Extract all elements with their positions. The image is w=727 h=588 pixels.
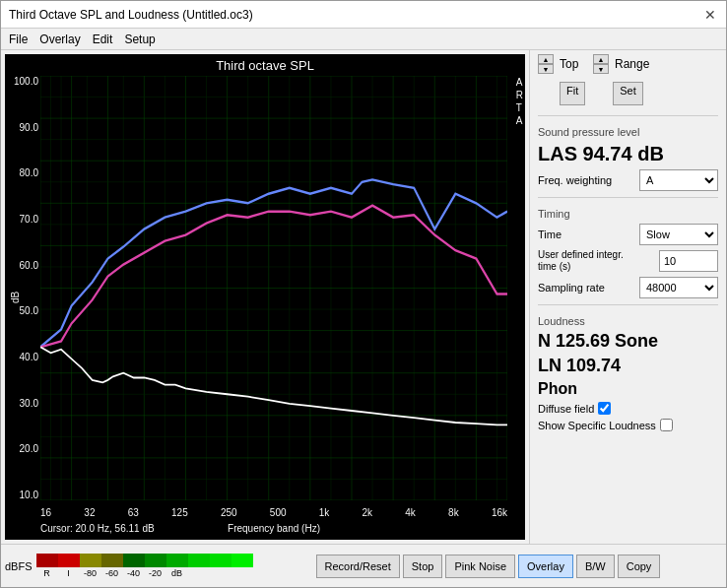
spl-value: LAS 94.74 dB bbox=[538, 142, 718, 165]
x-label-63: 63 bbox=[128, 507, 139, 518]
y-axis-labels: 100.0 90.0 80.0 70.0 60.0 50.0 40.0 30.0… bbox=[7, 76, 38, 500]
x-label-16k: 16k bbox=[492, 507, 507, 518]
bottom-buttons: Record/Reset Stop Pink Noise Overlay B/W… bbox=[316, 555, 661, 578]
y-label-100: 100.0 bbox=[7, 76, 38, 87]
main-content: Third octave SPL 100.0 90.0 80.0 70.0 60… bbox=[1, 50, 726, 544]
diffuse-field-label: Diffuse field bbox=[538, 403, 594, 415]
pink-noise-button[interactable]: Pink Noise bbox=[445, 555, 515, 578]
meter-label-40: -40 bbox=[123, 568, 145, 578]
main-window: Third Octave SPL and Loudness (Untitled.… bbox=[0, 0, 727, 588]
cursor-info: Cursor: 20.0 Hz, 56.11 dB bbox=[40, 523, 155, 534]
x-label-1k: 1k bbox=[319, 507, 330, 518]
meter-label-60: -60 bbox=[101, 568, 123, 578]
time-row: Time Slow Fast bbox=[538, 224, 718, 245]
y-label-30: 30.0 bbox=[7, 398, 38, 409]
loudness-section-label: Loudness bbox=[538, 315, 718, 327]
bw-button[interactable]: B/W bbox=[576, 555, 615, 578]
x-label-8k: 8k bbox=[448, 507, 459, 518]
record-reset-button[interactable]: Record/Reset bbox=[316, 555, 400, 578]
meter-seg-green-5 bbox=[210, 554, 231, 567]
sampling-rate-select[interactable]: 48000 44100 bbox=[639, 277, 718, 298]
user-defined-label: User defined integr. time (s) bbox=[538, 249, 636, 273]
meter-seg-yellow-1 bbox=[80, 554, 101, 567]
set-button[interactable]: Set bbox=[613, 82, 643, 105]
y-label-40: 40.0 bbox=[7, 352, 38, 362]
close-button[interactable]: ✕ bbox=[702, 7, 718, 23]
meter-label-r: R bbox=[36, 568, 58, 578]
freq-weighting-label: Freq. weighting bbox=[538, 174, 612, 186]
stop-button[interactable]: Stop bbox=[403, 555, 443, 578]
x-label-125: 125 bbox=[171, 507, 188, 518]
top-label: Top bbox=[560, 57, 587, 71]
meter-label-80: -80 bbox=[80, 568, 101, 578]
show-specific-checkbox[interactable] bbox=[660, 419, 673, 431]
spl-section-label: Sound pressure level bbox=[538, 126, 718, 138]
range-down-button[interactable]: ▼ bbox=[593, 64, 609, 74]
ln-value: LN 109.74 bbox=[538, 356, 718, 376]
timing-section-label: Timing bbox=[538, 208, 718, 220]
menu-edit[interactable]: Edit bbox=[93, 33, 113, 46]
user-defined-row: User defined integr. time (s) bbox=[538, 249, 718, 273]
time-label: Time bbox=[538, 229, 562, 240]
title-bar: Third Octave SPL and Loudness (Untitled.… bbox=[1, 1, 726, 29]
y-label-80: 80.0 bbox=[7, 167, 38, 178]
meter-labels-row: R I -80 -60 -40 -20 dB bbox=[36, 568, 312, 578]
time-select[interactable]: Slow Fast bbox=[639, 224, 718, 245]
meter-label-i: I bbox=[58, 568, 80, 578]
diffuse-field-checkbox[interactable] bbox=[598, 402, 611, 415]
x-label-4k: 4k bbox=[405, 507, 416, 518]
sampling-rate-row: Sampling rate 48000 44100 bbox=[538, 277, 718, 298]
meter-seg-yellow-2 bbox=[101, 554, 123, 567]
overlay-button[interactable]: Overlay bbox=[518, 555, 573, 578]
y-label-20: 20.0 bbox=[7, 443, 38, 454]
x-label-250: 250 bbox=[221, 507, 237, 518]
range-up-button[interactable]: ▲ bbox=[593, 54, 609, 64]
freq-weighting-select[interactable]: A C Z bbox=[639, 169, 718, 191]
x-axis-labels: 16 32 63 125 250 500 1k 2k 4k 8k 16k bbox=[40, 507, 507, 518]
sampling-rate-label: Sampling rate bbox=[538, 282, 605, 294]
x-label-500: 500 bbox=[270, 507, 287, 518]
meter-seg-red-1 bbox=[36, 554, 58, 567]
top-range-controls: ▲ ▼ Top ▲ ▼ Range bbox=[538, 54, 718, 74]
y-label-70: 70.0 bbox=[7, 214, 38, 225]
top-spinner[interactable]: ▲ ▼ bbox=[538, 54, 554, 74]
x-label-2k: 2k bbox=[363, 507, 373, 518]
x-label-32: 32 bbox=[84, 507, 95, 518]
meter-seg-green-4 bbox=[188, 554, 210, 567]
menu-file[interactable]: File bbox=[9, 33, 28, 46]
show-specific-row: Show Specific Loudness bbox=[538, 419, 718, 431]
fit-set-controls: Fit Set bbox=[538, 82, 718, 105]
chart-area: Third octave SPL 100.0 90.0 80.0 70.0 60… bbox=[5, 54, 525, 540]
meter-top-row bbox=[36, 554, 312, 567]
x-label-16: 16 bbox=[40, 507, 51, 518]
bottom-bar: dBFS R I -80 -60 -40 bbox=[1, 544, 726, 587]
meter-label-20: -20 bbox=[145, 568, 166, 578]
chart-svg bbox=[40, 76, 507, 500]
meter-seg-green-2 bbox=[145, 554, 166, 567]
menu-bar: File Overlay Edit Setup bbox=[1, 29, 726, 50]
y-label-60: 60.0 bbox=[7, 260, 38, 271]
window-title: Third Octave SPL and Loudness (Untitled.… bbox=[9, 8, 253, 22]
menu-setup[interactable]: Setup bbox=[124, 33, 155, 46]
level-meter: R I -80 -60 -40 -20 dB bbox=[36, 554, 312, 578]
freq-weighting-row: Freq. weighting A C Z bbox=[538, 169, 718, 191]
y-label-50: 50.0 bbox=[7, 305, 38, 316]
show-specific-label: Show Specific Loudness bbox=[538, 420, 656, 431]
fit-button[interactable]: Fit bbox=[560, 82, 585, 105]
copy-button[interactable]: Copy bbox=[618, 555, 661, 578]
range-label: Range bbox=[615, 57, 649, 71]
top-down-button[interactable]: ▼ bbox=[538, 64, 554, 74]
meter-label-db: dB bbox=[166, 568, 188, 578]
dbfs-label: dBFS bbox=[5, 560, 33, 572]
user-defined-input[interactable] bbox=[659, 250, 718, 272]
y-label-10: 10.0 bbox=[7, 490, 38, 500]
y-label-90: 90.0 bbox=[7, 122, 38, 133]
meter-seg-red-2 bbox=[58, 554, 80, 567]
top-up-button[interactable]: ▲ bbox=[538, 54, 554, 64]
y-axis-db-label: dB bbox=[10, 291, 21, 302]
phon-label: Phon bbox=[538, 380, 718, 398]
diffuse-field-row: Diffuse field bbox=[538, 402, 718, 415]
menu-overlay[interactable]: Overlay bbox=[39, 33, 80, 46]
range-spinner[interactable]: ▲ ▼ bbox=[593, 54, 609, 74]
n-value: N 125.69 Sone bbox=[538, 331, 718, 352]
